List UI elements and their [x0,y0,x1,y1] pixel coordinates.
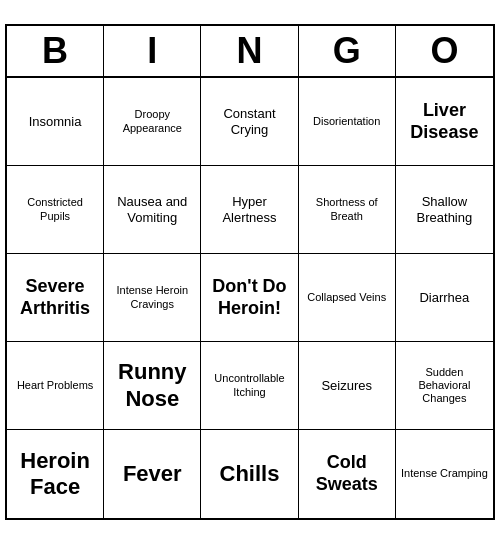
bingo-cell: Diarrhea [396,254,493,342]
bingo-cell: Heart Problems [7,342,104,430]
bingo-cell: Shortness of Breath [299,166,396,254]
bingo-header: BINGO [7,26,493,78]
bingo-cell: Severe Arthritis [7,254,104,342]
bingo-cell: Sudden Behavioral Changes [396,342,493,430]
bingo-cell: Insomnia [7,78,104,166]
header-letter: I [104,26,201,76]
bingo-cell: Intense Heroin Cravings [104,254,201,342]
bingo-cell: Runny Nose [104,342,201,430]
bingo-cell: Intense Cramping [396,430,493,518]
bingo-cell: Don't Do Heroin! [201,254,298,342]
bingo-cell: Fever [104,430,201,518]
bingo-cell: Droopy Appearance [104,78,201,166]
bingo-cell: Uncontrollable Itching [201,342,298,430]
bingo-cell: Constant Crying [201,78,298,166]
header-letter: N [201,26,298,76]
header-letter: G [299,26,396,76]
header-letter: B [7,26,104,76]
header-letter: O [396,26,493,76]
bingo-grid: InsomniaDroopy AppearanceConstant Crying… [7,78,493,518]
bingo-cell: Heroin Face [7,430,104,518]
bingo-card: BINGO InsomniaDroopy AppearanceConstant … [5,24,495,520]
bingo-cell: Shallow Breathing [396,166,493,254]
bingo-cell: Constricted Pupils [7,166,104,254]
bingo-cell: Seizures [299,342,396,430]
bingo-cell: Nausea and Vomiting [104,166,201,254]
bingo-cell: Cold Sweats [299,430,396,518]
bingo-cell: Liver Disease [396,78,493,166]
bingo-cell: Collapsed Veins [299,254,396,342]
bingo-cell: Disorientation [299,78,396,166]
bingo-cell: Chills [201,430,298,518]
bingo-cell: Hyper Alertness [201,166,298,254]
